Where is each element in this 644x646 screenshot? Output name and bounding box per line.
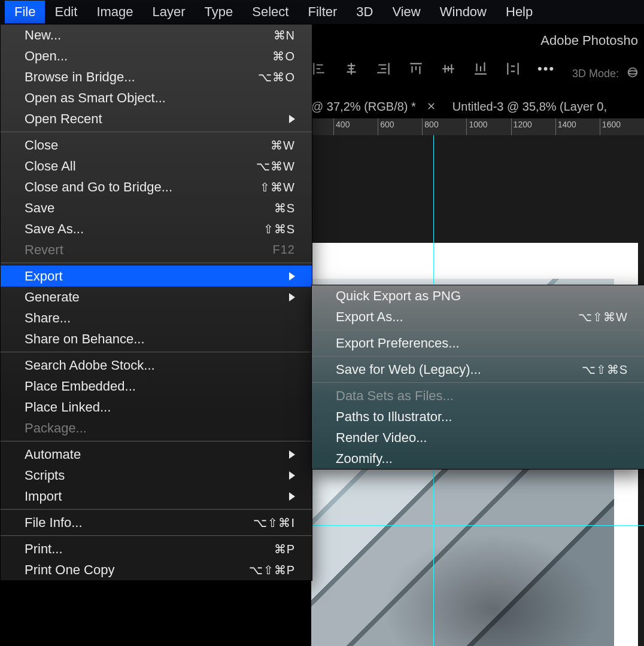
- submenu-arrow-icon: [289, 471, 295, 480]
- ruler-tick: 1600: [602, 120, 621, 129]
- file-menu-item-generate[interactable]: Generate: [1, 287, 312, 307]
- menu-item-label: Close All: [25, 159, 76, 174]
- menu-item-label: Close and Go to Bridge...: [25, 179, 172, 195]
- menu-item-label: Scripts: [25, 468, 65, 483]
- menu-item-shortcut: ⌘S: [274, 201, 295, 215]
- ruler-tick: 1400: [558, 120, 576, 129]
- export-menu-item-export-as[interactable]: Export As...⌥⇧⌘W: [312, 306, 644, 327]
- file-menu-item-open-as-smart-object[interactable]: Open as Smart Object...: [1, 87, 312, 108]
- menu-item-shortcut: F12: [273, 243, 295, 257]
- menu-item-label: Open...: [25, 48, 68, 64]
- app-title: Adobe Photosho: [540, 33, 638, 48]
- menu-item-label: Print One Copy: [25, 562, 114, 578]
- options-more-icon[interactable]: •••: [537, 61, 555, 77]
- menu-item-label: Open Recent: [25, 111, 102, 127]
- menu-item-label: Automate: [25, 447, 81, 462]
- svg-point-0: [628, 68, 637, 77]
- mode-3d: 3D Mode:: [572, 66, 639, 82]
- menu-file[interactable]: File: [5, 1, 45, 23]
- menu-item-shortcut: ⌥⇧⌘S: [582, 362, 628, 377]
- document-tab-1[interactable]: Untitled-3 @ 35,8% (Layer 0,: [452, 100, 607, 114]
- ruler-horizontal[interactable]: 40060080010001200140016001800: [311, 118, 644, 136]
- export-menu-item-render-video[interactable]: Render Video...: [312, 427, 644, 448]
- menu-layer[interactable]: Layer: [143, 1, 195, 23]
- export-submenu: Quick Export as PNGExport As...⌥⇧⌘WExpor…: [311, 285, 644, 470]
- file-menu-item-revert: RevertF12: [1, 239, 312, 260]
- distribute-icon[interactable]: [505, 61, 521, 77]
- file-menu-item-browse-in-bridge[interactable]: Browse in Bridge...⌥⌘O: [1, 66, 312, 87]
- file-menu-item-package: Package...: [1, 418, 312, 438]
- orbit-3d-icon[interactable]: [626, 66, 639, 82]
- mode-3d-label: 3D Mode:: [572, 68, 619, 80]
- menu-item-label: Render Video...: [336, 430, 427, 446]
- file-menu-item-share[interactable]: Share...: [1, 307, 312, 328]
- export-menu-item-save-for-web-legacy[interactable]: Save for Web (Legacy)...⌥⇧⌘S: [312, 359, 644, 380]
- file-menu-item-close-all[interactable]: Close All⌥⌘W: [1, 156, 312, 176]
- ruler-tick: 1200: [514, 120, 532, 129]
- file-menu-item-save-as[interactable]: Save As...⇧⌘S: [1, 218, 312, 239]
- menu-image[interactable]: Image: [87, 1, 142, 23]
- file-menu-item-search-adobe-stock[interactable]: Search Adobe Stock...: [1, 355, 312, 376]
- menu-item-label: Search Adobe Stock...: [25, 358, 155, 373]
- menu-edit[interactable]: Edit: [45, 1, 87, 23]
- document-tab-0[interactable]: @ 37,2% (RGB/8) *✕: [311, 100, 436, 114]
- menu-item-shortcut: ⇧⌘W: [260, 180, 295, 194]
- document-tab-label: Untitled-3 @ 35,8% (Layer 0,: [452, 100, 607, 114]
- file-menu-item-place-embedded[interactable]: Place Embedded...: [1, 376, 312, 397]
- menu-item-label: Place Embedded...: [25, 379, 136, 394]
- file-menu-item-close[interactable]: Close⌘W: [1, 135, 312, 156]
- file-menu-item-open[interactable]: Open...⌘O: [1, 45, 312, 66]
- file-menu-item-print[interactable]: Print...⌘P: [1, 538, 312, 559]
- file-menu-item-open-recent[interactable]: Open Recent: [1, 108, 312, 129]
- submenu-arrow-icon: [289, 115, 295, 123]
- menu-view[interactable]: View: [382, 1, 430, 23]
- export-menu-item-zoomify[interactable]: Zoomify...: [312, 448, 644, 469]
- menu-item-shortcut: ⌘P: [274, 542, 295, 556]
- file-menu-item-import[interactable]: Import: [1, 486, 312, 507]
- menu-item-label: File Info...: [25, 515, 83, 531]
- menu-item-label: Print...: [25, 541, 63, 557]
- menu-item-shortcut: ⌘N: [274, 28, 295, 42]
- file-menu-item-save[interactable]: Save⌘S: [1, 197, 312, 218]
- align-bottom-edges-icon[interactable]: [473, 61, 488, 77]
- file-menu-item-print-one-copy[interactable]: Print One Copy⌥⇧⌘P: [1, 559, 312, 580]
- export-menu-item-data-sets-as-files: Data Sets as Files...: [312, 385, 644, 406]
- menu-type[interactable]: Type: [195, 1, 243, 23]
- align-top-edges-icon[interactable]: [408, 61, 424, 77]
- export-menu-item-quick-export-as-png[interactable]: Quick Export as PNG: [312, 285, 644, 306]
- align-right-edges-icon[interactable]: [376, 61, 391, 77]
- menu-item-label: Save for Web (Legacy)...: [336, 362, 481, 377]
- menu-item-label: Export Preferences...: [336, 336, 460, 351]
- file-menu-item-close-and-go-to-bridge[interactable]: Close and Go to Bridge...⇧⌘W: [1, 176, 312, 197]
- document-tab-label: @ 37,2% (RGB/8) *: [311, 100, 416, 114]
- menu-item-shortcut: ⌥⌘W: [256, 159, 295, 173]
- menu-filter[interactable]: Filter: [298, 1, 347, 23]
- menu-help[interactable]: Help: [496, 1, 542, 23]
- file-menu-item-scripts[interactable]: Scripts: [1, 465, 312, 486]
- ruler-tick: 800: [424, 120, 438, 129]
- file-menu-item-place-linked[interactable]: Place Linked...: [1, 397, 312, 418]
- menu-item-label: Export: [25, 269, 63, 284]
- file-menu-item-export[interactable]: Export: [1, 266, 312, 287]
- menu-window[interactable]: Window: [430, 1, 496, 23]
- guide-horizontal[interactable]: [311, 525, 644, 526]
- file-menu-item-new[interactable]: New...⌘N: [1, 25, 312, 45]
- align-vertical-centers-icon[interactable]: [441, 61, 456, 77]
- align-horizontal-centers-icon[interactable]: [344, 61, 359, 77]
- svg-point-1: [628, 71, 637, 74]
- menu-item-label: Import: [25, 489, 62, 504]
- close-tab-icon[interactable]: ✕: [427, 100, 436, 113]
- file-menu-item-share-on-behance[interactable]: Share on Behance...: [1, 328, 312, 349]
- file-menu-item-file-info[interactable]: File Info...⌥⇧⌘I: [1, 512, 312, 533]
- export-menu-item-export-preferences[interactable]: Export Preferences...: [312, 333, 644, 354]
- menu-item-label: Paths to Illustrator...: [336, 409, 452, 425]
- export-menu-item-paths-to-illustrator[interactable]: Paths to Illustrator...: [312, 406, 644, 427]
- align-left-edges-icon[interactable]: [311, 61, 327, 77]
- menu-3d[interactable]: 3D: [347, 1, 382, 23]
- menu-item-label: Zoomify...: [336, 451, 393, 467]
- menu-select[interactable]: Select: [242, 1, 298, 23]
- ruler-tick: 1000: [469, 120, 487, 129]
- ruler-tick: 400: [336, 120, 350, 129]
- file-menu-item-automate[interactable]: Automate: [1, 444, 312, 465]
- menubar: FileEditImageLayerTypeSelectFilter3DView…: [0, 0, 644, 24]
